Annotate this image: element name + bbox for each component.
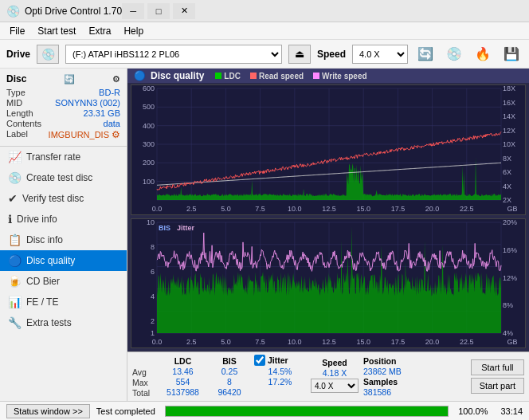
drive-icon-btn[interactable]: 💿 [37, 45, 59, 64]
title-bar-title: Opti Drive Control 1.70 [25, 6, 122, 17]
title-bar-icon: 💿 [6, 5, 20, 18]
bis-max: 8 [210, 377, 249, 387]
refresh-button[interactable]: 🔄 [414, 43, 437, 65]
fe-te-icon: 📊 [8, 296, 22, 308]
status-window-button[interactable]: Status window >> [6, 404, 90, 418]
burn-btn[interactable]: 🔥 [472, 43, 494, 65]
start-part-button[interactable]: Start part [471, 378, 524, 394]
menu-extra[interactable]: Extra [82, 24, 117, 38]
jitter-label: Jitter [268, 355, 288, 365]
samples-label: Samples [363, 377, 427, 387]
disc-settings-icon[interactable]: ⚙ [112, 74, 120, 84]
menu-file[interactable]: File [3, 24, 31, 38]
minimize-button[interactable]: ─ [122, 3, 144, 19]
create-test-disc-icon: 💿 [8, 171, 22, 184]
bis-total: 96420 [210, 387, 249, 397]
nav-disc-info-label: Disc info [26, 234, 63, 245]
read-speed-label: Read speed [259, 72, 304, 80]
disc-color-btn[interactable]: 💿 [443, 43, 465, 65]
content-panel: 🔵 Disc quality LDC Read speed Write spee… [127, 69, 529, 401]
nav-drive-info-label: Drive info [17, 214, 57, 225]
disc-mid-row: MID SONYNN3 (002) [6, 98, 120, 108]
speed-val: 4.18 X [323, 368, 347, 378]
samples-val: 381586 [363, 387, 427, 397]
position-label: Position [363, 356, 427, 366]
transfer-rate-icon: 📈 [8, 151, 22, 163]
speed-stat-label: Speed [322, 358, 347, 367]
ldc-header: LDC [161, 356, 205, 366]
label-edit-icon[interactable]: ⚙ [112, 129, 120, 140]
nav-cd-bier[interactable]: 🍺 CD Bier [0, 271, 127, 292]
verify-test-disc-icon: ✔ [8, 192, 18, 205]
speed-stats: Speed 4.18 X 4.0 X [311, 358, 359, 395]
ldc-stats: LDC 13.46 554 5137988 [161, 356, 205, 397]
nav-extra-tests-label: Extra tests [26, 317, 72, 328]
nav-create-test-disc[interactable]: 💿 Create test disc [0, 167, 127, 188]
drive-select[interactable]: (F:) ATAPI iHBS112 2 PL06 [65, 45, 282, 64]
legend-read-speed: Read speed [250, 72, 304, 80]
ldc-dot [215, 73, 221, 79]
sidebar: Disc 🔄 ⚙ Type BD-R MID SONYNN3 (002) Len… [0, 69, 127, 401]
stats-panel: Avg Max Total LDC 13.46 554 5137988 BIS … [127, 351, 529, 401]
bis-header: BIS [210, 356, 249, 366]
nav-cd-bier-label: CD Bier [26, 276, 60, 287]
max-label: Max [132, 378, 156, 387]
cd-bier-icon: 🍺 [8, 275, 22, 288]
disc-length-row: Length 23.31 GB [6, 108, 120, 118]
disc-quality-title: Disc quality [151, 70, 204, 81]
nav-transfer-rate[interactable]: 📈 Transfer rate [0, 147, 127, 167]
speed-label: Speed [317, 49, 346, 60]
drive-bar: Drive 💿 (F:) ATAPI iHBS112 2 PL06 ⏏ Spee… [0, 40, 529, 69]
nav-disc-quality-label: Disc quality [26, 255, 75, 266]
avg-label: Avg [132, 367, 156, 377]
nav-fe-te-label: FE / TE [26, 296, 58, 308]
nav-verify-test-disc[interactable]: ✔ Verify test disc [0, 188, 127, 209]
dq-icon: 🔵 [134, 70, 146, 81]
maximize-button[interactable]: □ [147, 3, 170, 19]
speed-stat-select[interactable]: 4.0 X [311, 379, 359, 393]
status-completed-text: Test completed [96, 406, 155, 416]
chart2-canvas [131, 219, 525, 347]
status-time: 33:14 [500, 406, 523, 416]
disc-refresh-icon[interactable]: 🔄 [64, 74, 75, 84]
menu-bar: File Start test Extra Help [0, 22, 529, 40]
disc-label-row: Label IMGBURN_DIS ⚙ [6, 129, 120, 140]
bis-avg: 0.25 [210, 367, 249, 376]
eject-button[interactable]: ⏏ [288, 45, 311, 64]
disc-quality-header: 🔵 Disc quality LDC Read speed Write spee… [127, 69, 529, 83]
nav-transfer-rate-label: Transfer rate [26, 151, 80, 163]
nav-verify-test-disc-label: Verify test disc [22, 193, 84, 204]
drive-info-icon: ℹ [8, 213, 12, 226]
jitter-checkbox[interactable] [254, 355, 265, 366]
sidebar-nav: 📈 Transfer rate 💿 Create test disc ✔ Ver… [0, 147, 127, 401]
nav-drive-info[interactable]: ℹ Drive info [0, 209, 127, 230]
progress-bar-container [165, 406, 449, 417]
save-btn[interactable]: 💾 [500, 43, 523, 65]
nav-disc-quality[interactable]: 🔵 Disc quality [0, 250, 127, 271]
chart1 [131, 84, 526, 215]
charts-container [127, 84, 529, 351]
nav-disc-info[interactable]: 📋 Disc info [0, 230, 127, 250]
stats-labels: Avg Max Total [132, 355, 156, 398]
menu-start-test[interactable]: Start test [31, 24, 82, 38]
disc-type-row: Type BD-R [6, 88, 120, 97]
drive-label: Drive [6, 49, 30, 60]
disc-info-icon: 📋 [8, 234, 22, 246]
start-full-button[interactable]: Start full [471, 359, 524, 375]
chart-legend: LDC Read speed Write speed [215, 72, 366, 80]
nav-extra-tests[interactable]: 🔧 Extra tests [0, 312, 127, 333]
jitter-avg: 14.5% [254, 367, 306, 376]
progress-bar-fill [166, 406, 448, 416]
disc-quality-icon: 🔵 [8, 254, 22, 267]
nav-fe-te[interactable]: 📊 FE / TE [0, 292, 127, 312]
menu-help[interactable]: Help [117, 24, 150, 38]
total-label: Total [132, 388, 156, 398]
chart2 [131, 218, 526, 348]
extra-tests-icon: 🔧 [8, 316, 22, 329]
speed-select[interactable]: 4.0 X [352, 45, 408, 64]
legend-ldc: LDC [215, 72, 241, 80]
close-button[interactable]: ✕ [173, 3, 195, 19]
write-speed-label: Write speed [322, 72, 367, 80]
nav-create-test-disc-label: Create test disc [26, 172, 92, 183]
ldc-label: LDC [224, 72, 241, 80]
